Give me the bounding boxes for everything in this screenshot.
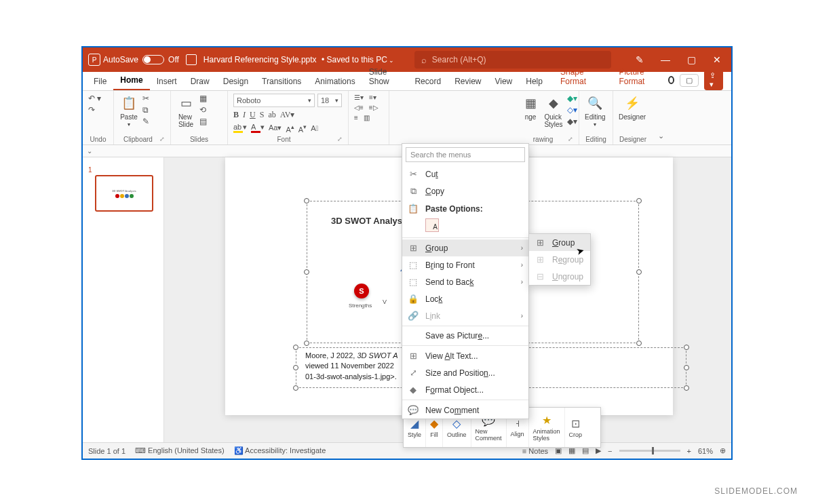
search-icon: ⌕ <box>421 55 427 65</box>
comments-button[interactable]: ▢ <box>680 74 699 87</box>
cm-format-object[interactable]: ◆Format Object... <box>402 381 528 398</box>
change-case-button[interactable]: Aa▾ <box>269 123 282 132</box>
highlight-button[interactable]: ab▾ <box>233 123 247 133</box>
zoom-slider[interactable] <box>619 450 680 452</box>
tab-slideshow[interactable]: Slide Show <box>362 64 408 90</box>
quick-styles-button[interactable]: ◆Quick Styles <box>544 94 563 128</box>
cm-link: 🔗Link› <box>402 307 528 324</box>
shape-fill-icon[interactable]: ◆▾ <box>567 94 577 103</box>
cm-new-comment[interactable]: 💬New Comment <box>402 402 528 419</box>
format-painter-icon[interactable]: ✎ <box>142 117 149 126</box>
shape-outline-icon[interactable]: ◇▾ <box>567 105 577 115</box>
editing-button[interactable]: 🔍Editing▾ <box>585 94 606 128</box>
indent-inc-button[interactable]: ≡▷ <box>369 104 379 111</box>
cm-cut[interactable]: ✂Cut <box>402 166 528 182</box>
qat-chevron-icon[interactable]: ⌄ <box>87 147 92 155</box>
mt-animation[interactable]: ★Animation Styles <box>529 408 565 447</box>
bold-button[interactable]: B <box>233 110 239 120</box>
ribbon-collapse-icon[interactable]: ⌄ <box>658 132 664 140</box>
record-icon[interactable] <box>668 76 674 84</box>
font-name-select[interactable]: Roboto▾ <box>233 94 315 107</box>
font-size-select[interactable]: 18▾ <box>317 94 342 107</box>
maximize-button[interactable]: ▢ <box>686 55 696 64</box>
new-slide-button[interactable]: ▭New Slide <box>176 94 195 128</box>
cm-group[interactable]: ⊞Group› <box>402 239 528 256</box>
redo-icon[interactable]: ↷ <box>88 105 101 115</box>
language-button[interactable]: ⌨ English (United States) <box>135 446 225 455</box>
shape-effects-icon[interactable]: ◆▾ <box>567 117 577 126</box>
save-status[interactable]: • Saved to this PC⌄ <box>319 55 394 64</box>
underline-button[interactable]: U <box>250 110 256 120</box>
tab-view[interactable]: View <box>488 73 519 90</box>
undo-icon[interactable]: ↶ ▾ <box>88 94 101 103</box>
tab-help[interactable]: Help <box>519 73 549 90</box>
tab-review[interactable]: Review <box>448 73 488 90</box>
cm-save-picture[interactable]: Save as Picture... <box>402 328 528 344</box>
shadow-button[interactable]: ab <box>268 110 275 120</box>
tab-transitions[interactable]: Transitions <box>255 73 308 90</box>
save-icon[interactable] <box>186 54 197 65</box>
arrange-button[interactable]: ▦nge <box>521 94 540 121</box>
bullets-button[interactable]: ☰▾ <box>354 94 364 101</box>
close-button[interactable]: ✕ <box>712 55 722 64</box>
layout-icon[interactable]: ▦ <box>199 94 207 103</box>
document-title: Harvard Referencing Style.pptx <box>204 55 317 64</box>
group-icon: ⊞ <box>535 237 545 248</box>
pen-icon[interactable]: ✎ <box>635 55 644 64</box>
share-button[interactable]: ⇪ ▾ <box>704 70 723 90</box>
thumbnail-panel[interactable]: 1 3D SWOT Analysis <box>83 157 164 442</box>
fit-window-button[interactable]: ⊕ <box>720 446 726 455</box>
zoom-out-button[interactable]: − <box>608 447 612 455</box>
tab-picture-format[interactable]: Picture Format <box>612 64 668 90</box>
paste-keep-text-icon[interactable]: A <box>425 218 439 232</box>
tab-insert[interactable]: Insert <box>150 73 184 90</box>
slide-counter[interactable]: Slide 1 of 1 <box>88 447 125 455</box>
group-editing-label: Editing <box>585 134 607 143</box>
thumb-number: 1 <box>88 166 92 174</box>
zoom-in-button[interactable]: + <box>687 447 691 455</box>
context-search[interactable]: Search the menus <box>406 147 525 162</box>
group-submenu: ⊞Group ⊞Regroup ⊟Ungroup <box>528 233 591 286</box>
tab-shape-format[interactable]: Shape Format <box>554 64 608 90</box>
shrink-font-button[interactable]: A▾ <box>298 123 307 134</box>
indent-dec-button[interactable]: ◁≡ <box>354 104 364 111</box>
section-icon[interactable]: ▤ <box>199 117 207 126</box>
cm-size-position[interactable]: ⤢Size and Position... <box>402 364 528 381</box>
columns-button[interactable]: ▥ <box>364 114 370 121</box>
align-button[interactable]: ≡ <box>354 114 358 121</box>
italic-button[interactable]: I <box>243 110 246 120</box>
reset-icon[interactable]: ⟲ <box>199 105 207 115</box>
numbering-button[interactable]: ≡▾ <box>369 94 376 101</box>
font-color-button[interactable]: A▾ <box>251 123 265 133</box>
accessibility-button[interactable]: ♿ Accessibility: Investigate <box>234 446 326 455</box>
grow-font-button[interactable]: A▴ <box>286 123 294 134</box>
minimize-button[interactable]: — <box>661 55 670 64</box>
group-drawing-label: rawing <box>533 136 553 143</box>
cm-bring-front[interactable]: ⬚Bring to Front› <box>402 256 528 273</box>
tab-design[interactable]: Design <box>216 73 255 90</box>
cm-copy[interactable]: ⧉Copy <box>402 182 528 200</box>
autosave-state: Off <box>168 55 179 64</box>
clear-format-button[interactable]: A⃠ <box>311 124 318 132</box>
slide-thumbnail[interactable]: 3D SWOT Analysis <box>95 175 153 212</box>
spacing-button[interactable]: AV▾ <box>280 110 295 120</box>
tab-animations[interactable]: Animations <box>308 73 362 90</box>
tab-record[interactable]: Record <box>408 73 448 90</box>
cm-send-back[interactable]: ⬚Send to Back› <box>402 273 528 290</box>
ribbon: ↶ ▾↷ Undo 📋Paste▾ ✂⧉✎ Clipboard⤢ ▭New Sl… <box>83 91 731 145</box>
autosave-toggle[interactable]: AutoSave Off <box>103 55 179 64</box>
zoom-level[interactable]: 61% <box>698 447 713 455</box>
tab-draw[interactable]: Draw <box>184 73 216 90</box>
designer-button[interactable]: ⚡Designer <box>619 94 646 121</box>
mt-crop[interactable]: ⊡Crop <box>565 408 587 447</box>
cm-lock[interactable]: 🔒Lock <box>402 290 528 307</box>
tab-file[interactable]: File <box>87 73 113 90</box>
paste-button[interactable]: 📋Paste▾ <box>119 94 138 128</box>
cm-view-alt[interactable]: ⊞View Alt Text... <box>402 347 528 364</box>
cut-icon[interactable]: ✂ <box>142 94 149 103</box>
strike-button[interactable]: S <box>260 110 265 120</box>
copy-icon[interactable]: ⧉ <box>142 105 149 115</box>
alt-text-icon: ⊞ <box>408 351 419 361</box>
tab-home[interactable]: Home <box>113 72 149 90</box>
notes-button[interactable]: ≡ Notes <box>522 447 548 455</box>
